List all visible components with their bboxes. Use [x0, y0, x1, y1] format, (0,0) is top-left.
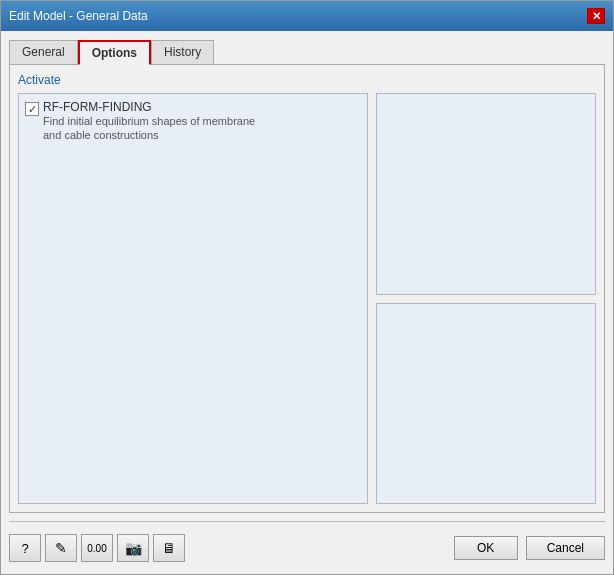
- option-desc-line2: and cable constructions: [43, 128, 255, 142]
- close-button[interactable]: ✕: [587, 8, 605, 24]
- dialog-body: General Options History Activate ✓: [1, 31, 613, 574]
- photo-button[interactable]: 📷: [117, 534, 149, 562]
- ok-button[interactable]: OK: [454, 536, 518, 560]
- right-panels: [376, 93, 596, 504]
- tabs-row: General Options History: [9, 39, 605, 64]
- activate-label: Activate: [18, 73, 596, 87]
- option-checkbox[interactable]: ✓: [25, 102, 39, 116]
- cancel-button[interactable]: Cancel: [526, 536, 605, 560]
- screen-icon: 🖥: [162, 540, 176, 556]
- photo-icon: 📷: [125, 540, 142, 556]
- help-icon: ?: [21, 541, 28, 556]
- left-panel: ✓ RF-FORM-FINDING Find initial equilibri…: [18, 93, 368, 504]
- edit-button[interactable]: ✎: [45, 534, 77, 562]
- number-icon: 0.00: [87, 543, 106, 554]
- right-panel-bottom: [376, 303, 596, 505]
- tab-history[interactable]: History: [151, 40, 214, 65]
- screen-button[interactable]: 🖥: [153, 534, 185, 562]
- option-title: RF-FORM-FINDING: [43, 100, 255, 114]
- main-panels: ✓ RF-FORM-FINDING Find initial equilibri…: [18, 93, 596, 504]
- dialog-window: Edit Model - General Data ✕ General Opti…: [0, 0, 614, 575]
- footer-right: OK Cancel: [454, 536, 605, 560]
- tab-content: Activate ✓ RF-FORM-FINDING Find initial …: [9, 64, 605, 513]
- option-text-block: RF-FORM-FINDING Find initial equilibrium…: [43, 100, 255, 143]
- footer-area: ? ✎ 0.00 📷 🖥 OK Cancel: [9, 530, 605, 566]
- title-bar: Edit Model - General Data ✕: [1, 1, 613, 31]
- option-desc-line1: Find initial equilibrium shapes of membr…: [43, 114, 255, 128]
- bottom-separator: [9, 521, 605, 522]
- footer-left: ? ✎ 0.00 📷 🖥: [9, 534, 185, 562]
- right-panel-top: [376, 93, 596, 295]
- number-button[interactable]: 0.00: [81, 534, 113, 562]
- help-button[interactable]: ?: [9, 534, 41, 562]
- edit-icon: ✎: [55, 540, 67, 556]
- title-bar-text: Edit Model - General Data: [9, 9, 148, 23]
- option-item: ✓ RF-FORM-FINDING Find initial equilibri…: [25, 100, 361, 143]
- tab-options[interactable]: Options: [78, 40, 151, 65]
- tab-general[interactable]: General: [9, 40, 78, 65]
